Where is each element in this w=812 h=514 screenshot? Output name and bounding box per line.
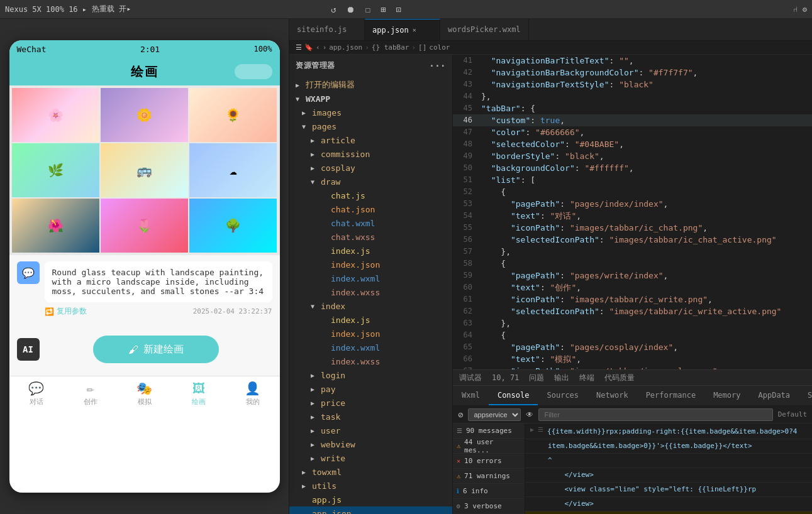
tree-index-wxml[interactable]: ▶ index.wxml — [289, 341, 452, 354]
debug-filter-input[interactable] — [538, 408, 772, 421]
tree-index-folder[interactable]: ▼ index — [289, 299, 452, 313]
tree-draw-index-json[interactable]: ▶ index.json — [289, 258, 452, 271]
msg-user-messages[interactable]: ⚠ 44 user mes... — [453, 439, 525, 454]
debug-tab-network[interactable]: Network — [587, 386, 637, 405]
image-cell-2[interactable]: 🌼 — [101, 88, 188, 142]
tree-pay[interactable]: ▶ pay — [289, 382, 452, 396]
debug-tab-quality[interactable]: 代码质量 — [604, 373, 635, 383]
toolbar-icon-panel[interactable]: ⊡ — [396, 4, 401, 14]
toolbar-settings-icon[interactable]: ⚙ — [803, 5, 807, 14]
breadcrumb-back[interactable]: ‹ — [316, 43, 320, 52]
tree-chat-js[interactable]: ▶ chat.js — [289, 189, 452, 202]
tree-price[interactable]: ▶ price — [289, 396, 452, 410]
debug-tab-output[interactable]: 输出 — [554, 373, 569, 383]
tree-article[interactable]: ▶ article — [289, 133, 452, 147]
tree-index-json[interactable]: ▶ index.json — [289, 327, 452, 341]
tree-chat-wxml[interactable]: ▶ chat.wxml — [289, 216, 452, 230]
tree-open-editors[interactable]: ▶ 打开的编辑器 — [289, 78, 452, 92]
tree-write[interactable]: ▶ write — [289, 451, 452, 465]
line-content-47[interactable]: "color": "#666666", — [481, 126, 799, 138]
hotreload-label[interactable]: 热重载 开▸ — [92, 4, 131, 14]
toolbar-icon-split[interactable]: ⊞ — [381, 4, 386, 14]
tree-login[interactable]: ▶ login — [289, 368, 452, 382]
debug-tab-terminal[interactable]: 终端 — [579, 373, 594, 383]
msg-info[interactable]: ℹ 6 info — [453, 484, 525, 499]
tab-appjson[interactable]: app.json ✕ — [365, 19, 440, 40]
toolbar-icon-phone[interactable]: ☐ — [365, 4, 370, 14]
new-paint-button[interactable]: 🖌 新建绘画 — [93, 336, 219, 363]
breadcrumb-forward[interactable]: › — [323, 43, 327, 52]
line-content-42[interactable]: "navigationBarBackgroundColor": "#f7f7f7… — [481, 67, 799, 79]
line-content-65[interactable]: "pagePath": "pages/cosplay/index", — [481, 341, 799, 353]
image-cell-3[interactable]: 🌻 — [189, 88, 277, 142]
tree-cosplay[interactable]: ▶ cosplay — [289, 161, 452, 175]
tree-commission[interactable]: ▶ commission — [289, 147, 452, 161]
phone-tab-dialog[interactable]: 💬 对话 — [9, 381, 64, 407]
line-content-56[interactable]: "selectedIconPath": "images/tabbar/ic_ch… — [481, 234, 799, 246]
phone-search-button[interactable] — [235, 64, 272, 79]
tree-draw[interactable]: ▼ draw — [289, 175, 452, 189]
tree-pages[interactable]: ▼ pages — [289, 119, 452, 133]
tree-task[interactable]: ▶ task — [289, 410, 452, 424]
image-cell-8[interactable]: 🌷 — [101, 199, 188, 253]
debug-tab-wxml[interactable]: Wxml — [453, 386, 489, 405]
tree-draw-index-wxml[interactable]: ▶ index.wxml — [289, 271, 452, 285]
line-content-51[interactable]: "list": [ — [481, 174, 799, 186]
debug-tab-memory[interactable]: Memory — [704, 386, 749, 405]
tree-index-wxss[interactable]: ▶ index.wxss — [289, 354, 452, 368]
phone-tab-mine[interactable]: 👤 我的 — [226, 381, 280, 407]
line-content-52[interactable]: { — [481, 186, 799, 198]
image-cell-5[interactable]: 🚌 — [101, 143, 188, 197]
toolbar-source-icon[interactable]: ⑁ — [793, 5, 798, 14]
image-cell-9[interactable]: 🌳 — [189, 199, 277, 253]
msg-warnings[interactable]: ⚠ 71 warnings — [453, 469, 525, 484]
image-cell-1[interactable]: 🌸 — [12, 88, 99, 142]
tree-draw-index-wxss[interactable]: ▶ index.wxss — [289, 285, 452, 299]
tree-chat-wxss[interactable]: ▶ chat.wxss — [289, 230, 452, 244]
explorer-more-button[interactable]: ··· — [429, 61, 446, 71]
phone-tab-simulate[interactable]: 🎭 模拟 — [118, 381, 172, 407]
line-content-57[interactable]: }, — [481, 246, 799, 258]
tab-appjson-close[interactable]: ✕ — [413, 26, 416, 33]
tree-towxml[interactable]: ▶ towxml — [289, 465, 452, 479]
tree-utils[interactable]: ▶ utils — [289, 479, 452, 493]
tab-wordspicker[interactable]: wordsPicker.wxml — [440, 19, 529, 40]
debug-tab-sources[interactable]: Sources — [538, 386, 587, 405]
debug-tab-console[interactable]: Console — [489, 386, 538, 405]
debug-service-dropdown[interactable]: appservice — [468, 408, 521, 421]
tree-app-json[interactable]: ▶ app.json — [289, 506, 452, 514]
line-content-64[interactable]: { — [481, 329, 799, 341]
line-content-59[interactable]: "pagePath": "pages/write/index", — [481, 270, 799, 282]
debug-stop-icon[interactable]: ⊘ — [458, 410, 463, 420]
tab-siteinfo[interactable]: siteinfo.js — [289, 19, 365, 40]
tree-chat-json[interactable]: ▶ chat.json — [289, 202, 452, 216]
line-content-49[interactable]: "borderStyle": "black", — [481, 150, 799, 162]
debug-tab-performance[interactable]: Performance — [637, 386, 704, 405]
line-content-66[interactable]: "text": "模拟", — [481, 353, 799, 365]
msg-verbose[interactable]: ⚙ 3 verbose — [453, 499, 525, 514]
debug-eye-icon[interactable]: 👁 — [526, 410, 533, 419]
line-content-55[interactable]: "iconPath": "images/tabbar/ic_chat.png", — [481, 222, 799, 234]
image-cell-7[interactable]: 🌺 — [12, 199, 99, 253]
tree-index-js[interactable]: ▶ index.js — [289, 313, 452, 327]
line-content-50[interactable]: "backgroundColor": "#ffffff", — [481, 162, 799, 174]
line-content-60[interactable]: "text": "创作", — [481, 282, 799, 293]
image-cell-6[interactable]: ☁️ — [189, 143, 277, 197]
debug-tab-issue[interactable]: 问题 — [529, 373, 544, 383]
phone-tab-paint[interactable]: 🖼 绘画 — [172, 381, 226, 407]
toolbar-icon-record[interactable]: ⏺ — [346, 4, 355, 14]
line-content-45[interactable]: "tabBar": { — [481, 102, 799, 114]
reuse-params-button[interactable]: 🔁 复用参数 — [45, 306, 87, 317]
tree-wxapp[interactable]: ▼ WXAPP — [289, 92, 452, 106]
toolbar-icon-refresh[interactable]: ↺ — [331, 4, 336, 14]
msg-errors[interactable]: ✕ 10 errors — [453, 454, 525, 469]
line-content-67[interactable]: "iconPath": "images/tabbar/ic_cosplay.pn… — [481, 365, 799, 369]
phone-tab-create[interactable]: ✏️ 创作 — [64, 381, 118, 407]
debug-tab-appdata[interactable]: AppData — [749, 386, 799, 405]
line-content-48[interactable]: "selectedColor": "#04BABE", — [481, 138, 799, 150]
line-content-63[interactable]: }, — [481, 317, 799, 329]
tree-draw-index-js[interactable]: ▶ index.js — [289, 244, 452, 258]
line-content-53[interactable]: "pagePath": "pages/index/index", — [481, 198, 799, 210]
debug-tab-s[interactable]: S — [799, 386, 812, 405]
line-content-44[interactable]: }, — [481, 90, 799, 102]
